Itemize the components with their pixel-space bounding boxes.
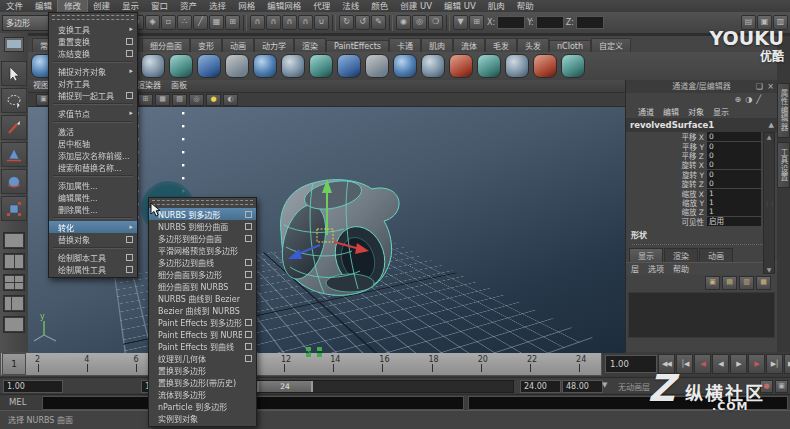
- shelf-plane-icon[interactable]: [225, 54, 249, 78]
- channel-box-menu-item[interactable]: 显示: [713, 106, 729, 117]
- option-box-icon[interactable]: [245, 259, 252, 266]
- revolved-surface-object[interactable]: [275, 176, 399, 295]
- scale-tool[interactable]: [1, 196, 27, 221]
- menu-item[interactable]: 捕捉对齐对象 ▸: [49, 65, 137, 77]
- move-tool[interactable]: [1, 142, 27, 167]
- panel-menu-item[interactable]: 面板: [166, 80, 192, 92]
- snap-to-grid-icon[interactable]: ∩: [250, 15, 265, 30]
- shelf-cube-icon[interactable]: [141, 54, 165, 78]
- option-box-icon[interactable]: [245, 283, 252, 290]
- render-current-frame-icon[interactable]: ◉: [396, 15, 411, 30]
- shelf-smooth-icon[interactable]: [477, 54, 501, 78]
- menu-item[interactable]: 居中枢轴 ▸: [49, 137, 137, 149]
- play-backwards-button[interactable]: ◀: [712, 354, 729, 374]
- menu-item[interactable]: NURBS 到多边形 ▸: [149, 208, 256, 220]
- select-uv-icon[interactable]: ⊞: [225, 15, 240, 30]
- current-frame-indicator[interactable]: 1: [2, 353, 26, 375]
- menubar-item[interactable]: 创建: [87, 0, 116, 12]
- shelf-split-polygon-icon[interactable]: [533, 54, 557, 78]
- menu-item[interactable]: 搜索和替换名称... ▸: [49, 161, 137, 173]
- go-to-end-button[interactable]: ▶▶: [784, 354, 790, 374]
- tear-off-handle[interactable]: [152, 200, 253, 205]
- create-layer-from-selected-icon[interactable]: ▦: [756, 276, 771, 290]
- shelf-tab[interactable]: 头发: [517, 38, 549, 52]
- sidebar-vertical-tab[interactable]: 属性编辑器: [777, 83, 790, 138]
- shelf-pipe-icon[interactable]: [337, 54, 361, 78]
- layer-menu-item[interactable]: 层: [631, 263, 639, 274]
- layout-four-pane-button[interactable]: [3, 274, 25, 291]
- move-layer-up-icon[interactable]: ▣: [705, 276, 720, 290]
- menu-item[interactable]: ▸: [53, 247, 133, 249]
- shelf-tab[interactable]: 卡通: [389, 38, 421, 52]
- scroll-up-icon[interactable]: ▲: [767, 133, 772, 140]
- option-box-icon[interactable]: [126, 50, 133, 57]
- hyperbolic-icon[interactable]: ╱: [756, 95, 761, 104]
- menu-item[interactable]: NURBS 到细分曲面 ▸: [149, 220, 256, 232]
- option-box-icon[interactable]: [126, 92, 133, 99]
- menu-item[interactable]: Bezier 曲线到 NURBS ▸: [149, 304, 256, 316]
- menu-item[interactable]: 添加属性... ▸: [49, 179, 137, 191]
- channel-box-menu-item[interactable]: 对象: [688, 106, 704, 117]
- layer-menu-item[interactable]: 帮助: [673, 263, 689, 274]
- menu-item[interactable]: 激活 ▸: [49, 125, 137, 137]
- step-forward-frame-button[interactable]: ▶│: [766, 354, 783, 374]
- channel-box-titlebar[interactable]: 通道盒/层编辑器 ❏ ×: [626, 80, 777, 93]
- menubar-item[interactable]: 颜色: [365, 0, 394, 12]
- snap-to-point-icon[interactable]: ∩: [282, 15, 297, 30]
- ipr-render-icon[interactable]: ◎: [412, 15, 427, 30]
- safe-action-icon[interactable]: ▦: [155, 94, 170, 106]
- menubar-item[interactable]: 编辑网格: [261, 0, 307, 12]
- menubar-item[interactable]: 创建 UV: [394, 0, 438, 12]
- shelf-tab[interactable]: PaintEffects: [326, 40, 389, 52]
- select-component-icon[interactable]: ▫: [161, 15, 176, 30]
- shelf-torus-icon[interactable]: [253, 54, 277, 78]
- current-time-field[interactable]: 1.00: [605, 355, 657, 373]
- menubar-item[interactable]: 肌肉: [482, 0, 511, 12]
- shelf-tab[interactable]: 动画: [222, 38, 254, 52]
- z-input[interactable]: [576, 16, 604, 29]
- time-slider-track[interactable]: 24681012141618202224: [0, 352, 602, 376]
- menu-item[interactable]: NURBS 曲线到 Bezier ▸: [149, 292, 256, 304]
- layer-editor-tab[interactable]: 动画: [699, 248, 733, 262]
- chevron-down-icon[interactable]: ▼: [602, 381, 607, 389]
- channel-value-field[interactable]: 0: [707, 142, 761, 151]
- menubar-item[interactable]: 编辑 UV: [438, 0, 482, 12]
- menu-item[interactable]: 纹理到几何体 ▸: [149, 352, 256, 364]
- menu-item[interactable]: 置换到多边形 ▸: [149, 364, 256, 376]
- channel-value-field[interactable]: 0: [707, 132, 761, 141]
- layer-list[interactable]: [628, 292, 775, 338]
- channel-value-field[interactable]: 0: [707, 170, 761, 179]
- playback-end-field[interactable]: 24.00: [520, 380, 561, 393]
- shelf-cone-icon[interactable]: [197, 54, 221, 78]
- menubar-item[interactable]: 资产: [174, 0, 203, 12]
- default-lighting-icon[interactable]: ●: [206, 94, 221, 106]
- step-back-frame-button[interactable]: │◀: [676, 354, 693, 374]
- menu-item[interactable]: 删除属性... ▸: [49, 203, 137, 215]
- channel-scrollbar[interactable]: ▲ ⋮⋮ ▼: [763, 132, 775, 274]
- field-chart-icon[interactable]: ⊞: [138, 94, 153, 106]
- snap-to-curve-icon[interactable]: ∩: [266, 15, 281, 30]
- option-box-icon[interactable]: [245, 319, 252, 326]
- layout-two-pane-button[interactable]: [3, 253, 25, 270]
- option-box-icon[interactable]: [126, 38, 133, 45]
- attribute-editor-toggle-icon[interactable]: ▤: [741, 15, 756, 30]
- menu-item[interactable]: 冻结变换 ▸: [49, 47, 137, 59]
- select-edge-icon[interactable]: ╱: [193, 15, 208, 30]
- absolute-transform-icon[interactable]: ⊞: [469, 15, 484, 30]
- shelf-tab[interactable]: 毛发: [485, 38, 517, 52]
- layer-menu-item[interactable]: 选项: [648, 263, 664, 274]
- channel-value-field[interactable]: 1: [707, 207, 761, 216]
- close-icon[interactable]: ×: [767, 81, 774, 92]
- create-empty-layer-icon[interactable]: ▥: [739, 276, 754, 290]
- option-box-icon[interactable]: [245, 271, 252, 278]
- shelf-soccer-ball-icon[interactable]: [393, 54, 417, 78]
- shelf-prism-icon[interactable]: [281, 54, 305, 78]
- layout-persp-button[interactable]: [3, 316, 25, 333]
- layout-outliner-persp-button[interactable]: [3, 295, 25, 312]
- tool-settings-toggle-icon[interactable]: ▣: [757, 15, 772, 30]
- y-input[interactable]: [536, 16, 564, 29]
- channel-box-menu-item[interactable]: 编辑: [663, 106, 679, 117]
- play-forwards-button[interactable]: ▶: [730, 354, 747, 374]
- wireframe-icon[interactable]: ◎: [189, 94, 204, 106]
- menubar-item[interactable]: 文件: [0, 0, 29, 12]
